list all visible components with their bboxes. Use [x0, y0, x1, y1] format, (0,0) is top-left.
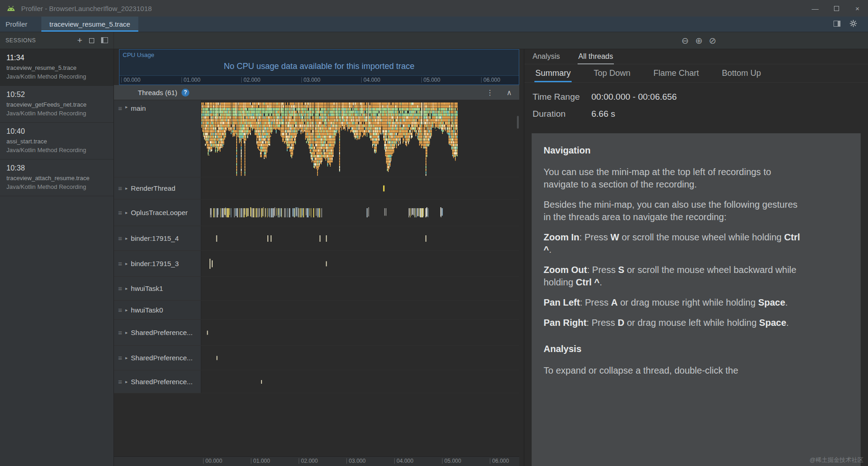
- session-name: traceview_resume_5.trace: [6, 64, 107, 71]
- settings-gear-icon[interactable]: [850, 20, 857, 29]
- cpu-usage-label: CPU Usage: [123, 51, 154, 58]
- thread-activity-track[interactable]: [201, 301, 519, 319]
- thread-name: SharedPreference...: [131, 354, 193, 362]
- thread-name-cell[interactable]: ≡ ▸ SharedPreference...: [114, 320, 201, 345]
- thread-name-cell[interactable]: ≡ ▸ SharedPreference...: [114, 370, 201, 393]
- drag-handle-icon[interactable]: ≡: [118, 354, 122, 362]
- thread-row[interactable]: ≡ ▸ SharedPreference...: [114, 320, 519, 346]
- expand-sessions-panel-icon[interactable]: [101, 35, 108, 45]
- thread-row[interactable]: ≡ ▸ SharedPreference...: [114, 346, 519, 370]
- thread-activity-track[interactable]: [201, 177, 519, 199]
- help-section-title: Analysis: [544, 343, 801, 355]
- expand-arrow-icon[interactable]: ▸: [125, 286, 128, 291]
- expand-arrow-icon[interactable]: ▸: [125, 330, 128, 335]
- thread-row[interactable]: ≡ ▸ hwuiTask1: [114, 277, 519, 301]
- thread-row[interactable]: ≡ ▸ SharedPreference...: [114, 370, 519, 393]
- thread-row[interactable]: ≡ ▸ OplusTraceLooper: [114, 199, 519, 226]
- thread-activity-canvas: [201, 370, 519, 393]
- collapse-chevron-icon[interactable]: ∧: [506, 88, 512, 97]
- hide-panel-icon[interactable]: [834, 20, 840, 28]
- maximize-button[interactable]: [826, 0, 847, 17]
- drag-handle-icon[interactable]: ≡: [118, 284, 122, 292]
- main-content: 11:34 traceview_resume_5.trace Java/Kotl…: [0, 49, 868, 466]
- tab-summary[interactable]: Summary: [534, 64, 572, 82]
- thread-name-cell[interactable]: ≡ ▸ binder:17915_3: [114, 251, 201, 276]
- thread-activity-track[interactable]: [201, 100, 519, 177]
- tab-analysis[interactable]: Analysis: [532, 49, 561, 64]
- session-item[interactable]: 10:38 traceview_attach_resume.trace Java…: [0, 159, 113, 196]
- drag-handle-icon[interactable]: ≡: [118, 260, 122, 267]
- expand-arrow-icon[interactable]: ▸: [125, 104, 128, 109]
- vertical-scrollbar[interactable]: [517, 116, 519, 129]
- expand-arrow-icon[interactable]: ▸: [125, 307, 128, 313]
- expand-arrow-icon[interactable]: ▸: [125, 355, 128, 360]
- minimize-button[interactable]: —: [805, 0, 826, 17]
- profiler-tool-label[interactable]: Profiler: [6, 17, 28, 32]
- thread-row[interactable]: ≡ ▸ RenderThread: [114, 177, 519, 199]
- reset-zoom-icon[interactable]: ⊘: [709, 35, 716, 46]
- thread-activity-track[interactable]: [201, 346, 519, 370]
- thread-row[interactable]: ≡ ▸ binder:17915_4: [114, 226, 519, 251]
- close-button[interactable]: ×: [847, 0, 868, 17]
- thread-activity-track[interactable]: [201, 226, 519, 250]
- thread-activity-canvas: [201, 320, 519, 346]
- session-item[interactable]: 10:40 assi_start.trace Java/Kotlin Metho…: [0, 123, 113, 159]
- drag-handle-icon[interactable]: ≡: [118, 378, 122, 386]
- help-icon[interactable]: ?: [182, 89, 189, 97]
- drag-handle-icon[interactable]: ≡: [118, 184, 122, 192]
- thread-name-cell[interactable]: ≡ ▸ hwuiTask0: [114, 301, 201, 319]
- expand-arrow-icon[interactable]: ▸: [125, 236, 128, 241]
- thread-name: OplusTraceLooper: [131, 209, 188, 216]
- thread-row[interactable]: ≡ ▸ main: [114, 100, 519, 177]
- expand-arrow-icon[interactable]: ▸: [125, 379, 128, 384]
- toolbar-row: SESSIONS + ⊖ ⊕ ⊘: [0, 32, 868, 49]
- session-type: Java/Kotlin Method Recording: [6, 110, 107, 117]
- time-tick-label: 00.000: [121, 77, 141, 83]
- session-name: traceview_attach_resume.trace: [6, 175, 107, 182]
- thread-activity-track[interactable]: [201, 320, 519, 345]
- android-studio-profiler-window: Profiler - BrowserLauncherIflow_20231018…: [0, 0, 868, 466]
- cpu-usage-band[interactable]: CPU Usage No CPU usage data available fo…: [119, 49, 519, 85]
- thread-activity-track[interactable]: [201, 370, 519, 393]
- tab-bottom-up[interactable]: Bottom Up: [721, 64, 762, 82]
- thread-name-cell[interactable]: ≡ ▸ OplusTraceLooper: [114, 199, 201, 226]
- thread-activity-track[interactable]: [201, 277, 519, 300]
- cpu-usage-message: No CPU usage data available for this imp…: [119, 62, 519, 71]
- time-tick-label: 00.000: [203, 458, 222, 464]
- tab-all-threads[interactable]: All threads: [578, 49, 614, 64]
- duration-value: 6.66 s: [591, 109, 615, 119]
- thread-name-cell[interactable]: ≡ ▸ hwuiTask1: [114, 277, 201, 300]
- tab-flame-chart[interactable]: Flame Chart: [652, 64, 700, 82]
- expand-arrow-icon[interactable]: ▸: [125, 186, 128, 191]
- tab-trace-file[interactable]: traceview_resume_5.trace: [41, 17, 139, 32]
- drag-handle-icon[interactable]: ≡: [118, 234, 122, 242]
- thread-name: SharedPreference...: [131, 329, 193, 336]
- drag-handle-icon[interactable]: ≡: [118, 329, 122, 336]
- expand-arrow-icon[interactable]: ▸: [125, 261, 128, 266]
- session-item[interactable]: 11:34 traceview_resume_5.trace Java/Kotl…: [0, 49, 113, 86]
- thread-name-cell[interactable]: ≡ ▸ main: [114, 100, 201, 177]
- tab-trace-label: traceview_resume_5.trace: [50, 20, 130, 28]
- session-name: assi_start.trace: [6, 138, 107, 145]
- drag-handle-icon[interactable]: ≡: [118, 104, 122, 112]
- zoom-out-icon[interactable]: ⊖: [681, 35, 689, 46]
- thread-name: main: [131, 104, 146, 112]
- thread-name-cell[interactable]: ≡ ▸ RenderThread: [114, 177, 201, 199]
- thread-name-cell[interactable]: ≡ ▸ binder:17915_4: [114, 226, 201, 250]
- thread-activity-track[interactable]: [201, 199, 519, 226]
- session-item[interactable]: 10:52 traceview_getFeeds_net.trace Java/…: [0, 86, 113, 123]
- thread-name-cell[interactable]: ≡ ▸ SharedPreference...: [114, 346, 201, 370]
- tab-top-down[interactable]: Top Down: [593, 64, 631, 82]
- more-options-icon[interactable]: ⋮: [486, 88, 494, 97]
- add-session-icon[interactable]: +: [77, 35, 82, 45]
- thread-row[interactable]: ≡ ▸ hwuiTask0: [114, 301, 519, 320]
- thread-activity-track[interactable]: [201, 251, 519, 276]
- zoom-in-icon[interactable]: ⊕: [695, 35, 703, 46]
- expand-arrow-icon[interactable]: ▸: [125, 210, 128, 215]
- sessions-toolbar: +: [77, 35, 108, 45]
- stop-recording-icon[interactable]: [89, 35, 94, 45]
- drag-handle-icon[interactable]: ≡: [118, 306, 122, 314]
- time-tick-label: 06.000: [490, 458, 509, 464]
- thread-row[interactable]: ≡ ▸ binder:17915_3: [114, 251, 519, 277]
- drag-handle-icon[interactable]: ≡: [118, 209, 122, 216]
